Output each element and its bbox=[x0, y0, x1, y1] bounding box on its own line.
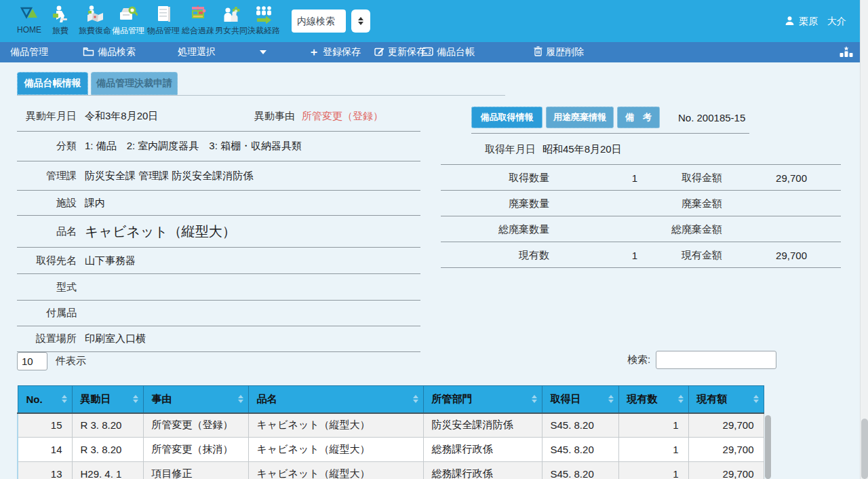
ranking-shortcut[interactable] bbox=[839, 42, 854, 62]
menu-label: 備品検索 bbox=[98, 46, 136, 58]
form-row-managing-section: 管理課 防災安全課 管理課 防災安全課消防係 bbox=[17, 161, 420, 191]
tab-approval-request[interactable]: 備品管理決裁申請 bbox=[91, 72, 178, 95]
table-row[interactable]: 14 R 3. 8.20 所管変更（抹消） キャビネット（縦型大） 総務課行政係… bbox=[18, 438, 764, 462]
form-row-accessories: 付属品 bbox=[17, 301, 420, 326]
nav-label: 決裁経路 bbox=[248, 25, 280, 37]
col-header-item-name[interactable]: 品名 bbox=[248, 386, 423, 413]
col-header-no[interactable]: No. bbox=[18, 386, 72, 413]
extension-search-input[interactable] bbox=[292, 9, 346, 33]
table-search-input[interactable] bbox=[656, 351, 776, 369]
top-toolbar: HOME 旅費 旅費復命 備品管理 物品管理 bbox=[0, 0, 868, 42]
table-scrollbar bbox=[765, 415, 771, 479]
cell-item-name: キャビネット（縦型大） bbox=[248, 438, 423, 462]
travel-report-icon bbox=[85, 4, 105, 24]
table-search-label: 検索: bbox=[627, 353, 650, 366]
column-label: No. bbox=[26, 394, 43, 405]
cell-move-date: R 3. 8.20 bbox=[72, 438, 143, 462]
nav-equipment-mgmt[interactable]: 備品管理 bbox=[110, 4, 146, 37]
cell-no: 14 bbox=[18, 438, 72, 462]
form-field-move-reason: 異動事由 所管変更（登録） bbox=[254, 110, 383, 123]
field-label: 現有金額 bbox=[614, 248, 722, 261]
nav-label: 物品管理 bbox=[147, 25, 180, 37]
cell-current-amount: 29,700 bbox=[688, 413, 764, 438]
update-save-menu-item[interactable]: 更新保存 bbox=[374, 42, 426, 62]
panel-row-disposal: 廃棄数量 廃棄金額 bbox=[441, 191, 841, 216]
column-label: 所管部門 bbox=[432, 393, 473, 404]
button-label: 備品取得情報 bbox=[481, 111, 534, 123]
extension-search-dropdown-button[interactable] bbox=[351, 9, 370, 33]
nav-travel-report[interactable]: 旅費復命 bbox=[77, 4, 113, 37]
sort-icon bbox=[62, 395, 67, 403]
page-size-label: 件表示 bbox=[56, 355, 86, 368]
field-value: 印刷室入口横 bbox=[85, 332, 146, 345]
panel-row-acquire: 取得数量 1 取得金額 29,700 bbox=[441, 165, 841, 191]
nav-approval-route[interactable]: 決裁経路 bbox=[245, 4, 282, 37]
field-value: 29,700 bbox=[732, 172, 807, 183]
nav-label: 旅費 bbox=[52, 25, 68, 37]
process-select-caret[interactable] bbox=[260, 42, 267, 62]
table-search-control: 検索: bbox=[627, 351, 776, 369]
up-arrow-icon bbox=[358, 17, 363, 20]
field-label: 設置場所 bbox=[17, 332, 85, 345]
field-value: キャビネット（縦型大） bbox=[85, 223, 236, 241]
nav-label: 旅費復命 bbox=[79, 25, 111, 37]
history-table: No. 異動日 事由 品名 所管部門 取得日 現有数 現有額 15 R 3. 8… bbox=[17, 385, 763, 479]
action-menubar: 備品管理 備品検索 処理選択 ＋ 登録保存 更新保存 備 bbox=[0, 42, 868, 62]
nav-label: 総合過疎 bbox=[182, 25, 214, 37]
col-header-acquire-date[interactable]: 取得日 bbox=[542, 386, 618, 413]
cell-move-date: H29. 4. 1 bbox=[72, 462, 143, 479]
equipment-ledger-menu-item[interactable]: 備品台帳 bbox=[422, 42, 475, 62]
delete-history-menu-item[interactable]: 履歴削除 bbox=[534, 42, 584, 62]
note-button[interactable]: 備 考 bbox=[617, 107, 660, 128]
column-label: 品名 bbox=[257, 393, 277, 404]
col-header-reason[interactable]: 事由 bbox=[143, 386, 248, 413]
field-value: 29,700 bbox=[732, 249, 807, 261]
column-label: 事由 bbox=[152, 393, 172, 404]
menu-label: 登録保存 bbox=[323, 46, 361, 58]
folder-icon bbox=[83, 47, 94, 58]
acquire-info-button[interactable]: 備品取得情報 bbox=[471, 107, 542, 128]
edit-icon bbox=[374, 47, 384, 58]
page-scrollbar-thumb[interactable] bbox=[861, 419, 868, 479]
field-label: 分類 bbox=[17, 140, 85, 153]
cell-department: 防災安全課消防係 bbox=[423, 413, 542, 438]
col-header-move-date[interactable]: 異動日 bbox=[72, 386, 143, 413]
tab-label: 備品管理決裁申請 bbox=[96, 77, 172, 90]
col-header-current-amount[interactable]: 現有額 bbox=[688, 386, 764, 413]
disposal-info-button[interactable]: 用途廃棄情報 bbox=[546, 107, 614, 128]
cell-acquire-date: S45. 8.20 bbox=[542, 413, 618, 438]
col-header-department[interactable]: 所管部門 bbox=[423, 386, 542, 413]
table-row[interactable]: 13 H29. 4. 1 項目修正 キャビネット（縦型大） 総務課行政係 S45… bbox=[18, 462, 764, 479]
goods-mgmt-icon bbox=[153, 4, 174, 24]
nav-gender-equality[interactable]: 男女共同 bbox=[213, 4, 250, 37]
cell-no: 13 bbox=[18, 462, 72, 479]
field-value: 令和3年8月20日 bbox=[85, 110, 158, 123]
table-row[interactable]: 15 R 3. 8.20 所管変更（登録） キャビネット（縦型大） 防災安全課消… bbox=[18, 413, 764, 438]
field-label: 取得数量 bbox=[441, 171, 549, 184]
nav-census[interactable]: 総合過疎 bbox=[180, 4, 216, 37]
form-row-supplier: 取得先名 山下事務器 bbox=[17, 248, 420, 274]
cell-move-date: R 3. 8.20 bbox=[72, 413, 143, 438]
current-user[interactable]: 栗原 大介 bbox=[785, 16, 846, 28]
cell-item-name: キャビネット（縦型大） bbox=[248, 413, 423, 438]
field-label: 取得金額 bbox=[614, 171, 722, 184]
table-scrollbar-thumb[interactable] bbox=[765, 415, 771, 479]
field-value: 昭和45年8月20日 bbox=[542, 142, 665, 155]
register-save-menu-item[interactable]: ＋ 登録保存 bbox=[309, 42, 361, 62]
nav-goods-mgmt[interactable]: 物品管理 bbox=[145, 4, 182, 37]
field-label: 廃棄数量 bbox=[441, 197, 549, 210]
col-header-current-qty[interactable]: 現有数 bbox=[618, 386, 688, 413]
cell-no: 15 bbox=[18, 413, 72, 438]
app-screen: HOME 旅費 旅費復命 備品管理 物品管理 bbox=[0, 0, 868, 479]
plus-icon: ＋ bbox=[309, 47, 319, 58]
equipment-search-menu-item[interactable]: 備品検索 bbox=[83, 42, 136, 62]
ledger-icon bbox=[422, 47, 433, 58]
process-select-dropdown[interactable]: 処理選択 bbox=[178, 42, 216, 62]
page-size-input[interactable] bbox=[17, 352, 47, 370]
nav-travel-expense[interactable]: 旅費 bbox=[42, 4, 79, 37]
census-icon bbox=[188, 4, 208, 24]
travel-expense-icon bbox=[50, 4, 71, 24]
field-label: 総廃棄数量 bbox=[441, 223, 549, 235]
field-label: 総廃棄金額 bbox=[614, 223, 722, 235]
tab-ledger-info[interactable]: 備品台帳情報 bbox=[17, 72, 88, 95]
